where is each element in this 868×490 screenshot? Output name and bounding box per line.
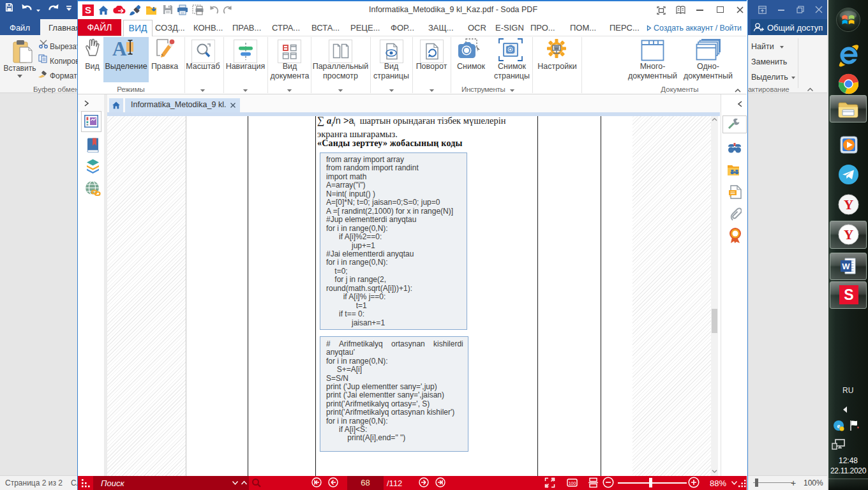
svg-text:Y: Y <box>844 197 853 212</box>
svg-text:W: W <box>842 262 850 271</box>
svg-text:100: 100 <box>569 481 576 486</box>
svg-text:Y: Y <box>844 227 853 242</box>
